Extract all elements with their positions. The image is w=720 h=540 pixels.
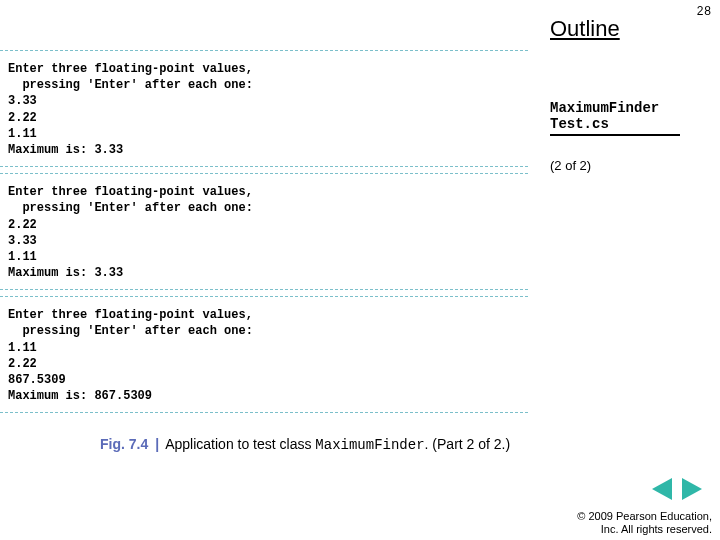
next-slide-icon[interactable]	[682, 478, 702, 500]
filename-line-2: Test.cs	[550, 116, 680, 132]
divider	[0, 412, 528, 413]
prev-slide-icon[interactable]	[652, 478, 672, 500]
console-output: Enter three floating-point values, press…	[0, 174, 528, 289]
console-output: Enter three floating-point values, press…	[0, 51, 528, 166]
page-number: 28	[697, 4, 712, 18]
filename-underline	[550, 134, 680, 136]
figure-text-pre: Application to test class	[165, 436, 315, 452]
figure-separator: |	[152, 436, 162, 452]
divider	[0, 166, 528, 167]
figure-caption: Fig. 7.4 | Application to test class Max…	[100, 436, 510, 453]
outline-heading: Outline	[550, 16, 620, 42]
copyright-notice: © 2009 Pearson Education, Inc. All right…	[577, 510, 712, 536]
console-output-stack: Enter three floating-point values, press…	[0, 50, 528, 413]
divider	[0, 289, 528, 290]
figure-text-post: . (Part 2 of 2.)	[425, 436, 511, 452]
source-filename: MaximumFinder Test.cs	[550, 100, 680, 136]
figure-label: Fig. 7.4	[100, 436, 148, 452]
page-of-indicator: (2 of 2)	[550, 158, 591, 173]
figure-code-name: MaximumFinder	[315, 437, 424, 453]
copyright-line-1: © 2009 Pearson Education,	[577, 510, 712, 523]
console-output: Enter three floating-point values, press…	[0, 297, 528, 412]
copyright-line-2: Inc. All rights reserved.	[577, 523, 712, 536]
nav-controls	[652, 478, 702, 504]
filename-line-1: MaximumFinder	[550, 100, 680, 116]
